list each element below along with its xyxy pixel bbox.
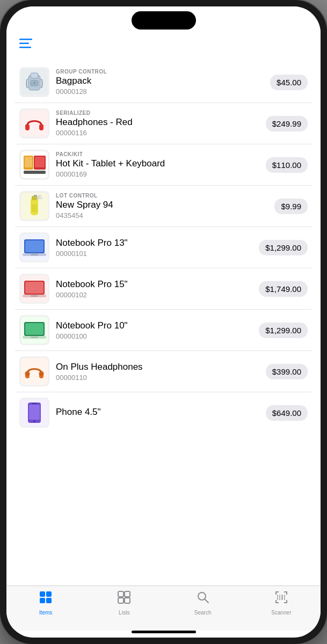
tab-label-scanner: Scanner: [271, 610, 291, 616]
item-image: [19, 108, 49, 138]
item-image: [19, 232, 49, 262]
item-info: LOT CONTROL New Spray 94 0435454: [56, 193, 274, 219]
svg-rect-13: [25, 157, 32, 167]
svg-rect-20: [34, 195, 37, 197]
dynamic-island: [132, 11, 196, 30]
item-name: Bagpack: [56, 76, 270, 86]
item-category: PACK/KIT: [56, 151, 266, 157]
list-item[interactable]: SERIALIZED Headphones - Red 00000116 $24…: [15, 103, 312, 144]
item-info: SERIALIZED Headphones - Red 00000116: [56, 110, 266, 137]
list-item[interactable]: On Plus Headphones 00000110 $399.00: [15, 351, 312, 392]
item-image: [19, 67, 49, 97]
item-image: [19, 150, 49, 180]
svg-rect-8: [21, 110, 48, 137]
svg-rect-65: [279, 595, 280, 600]
nav-header: [6, 34, 321, 53]
item-name: Hot Kit - Tablet + Keyboard: [56, 158, 266, 169]
page-title: [6, 53, 321, 62]
item-name: Headphones - Red: [56, 117, 266, 128]
hamburger-menu-button[interactable]: [19, 39, 32, 51]
list-item[interactable]: Notebook Pro 15" 00000102 $1,749.00: [15, 268, 312, 310]
tab-search[interactable]: Search: [164, 590, 242, 616]
item-sku: 00000101: [56, 250, 259, 258]
item-sku: 00000100: [56, 332, 259, 340]
svg-rect-54: [125, 598, 130, 603]
item-info: Notebook Pro 15" 00000102: [56, 279, 259, 299]
tab-label-lists: Lists: [119, 610, 130, 616]
item-price: $45.00: [270, 75, 308, 90]
search-icon: [196, 590, 210, 608]
tab-label-search: Search: [194, 610, 212, 616]
tab-scanner[interactable]: Scanner: [242, 590, 321, 616]
svg-rect-16: [24, 171, 46, 174]
item-price: $249.99: [266, 116, 308, 131]
item-price: $9.99: [274, 199, 308, 214]
tab-label-items: Items: [39, 610, 52, 616]
svg-rect-21: [32, 204, 37, 212]
item-category: GROUP CONTROL: [56, 69, 270, 75]
phone-frame: GROUP CONTROL Bagpack 00000128 $45.00 SE…: [0, 0, 327, 644]
item-info: PACK/KIT Hot Kit - Tablet + Keyboard 000…: [56, 151, 266, 178]
svg-rect-5: [31, 73, 38, 78]
item-price: $1,299.00: [259, 240, 308, 255]
item-name: Notebook Pro 15": [56, 279, 259, 290]
item-category: LOT CONTROL: [56, 193, 274, 199]
svg-point-45: [33, 420, 35, 422]
svg-rect-64: [277, 595, 278, 600]
item-sku: 00000169: [56, 170, 266, 178]
svg-rect-2: [19, 47, 31, 48]
svg-rect-9: [25, 124, 30, 130]
items-list[interactable]: GROUP CONTROL Bagpack 00000128 $45.00 SE…: [6, 62, 321, 586]
svg-rect-15: [35, 157, 45, 167]
svg-point-41: [39, 371, 44, 376]
item-price: $399.00: [266, 364, 308, 379]
svg-rect-50: [46, 598, 52, 603]
item-price: $110.00: [266, 157, 308, 173]
svg-rect-29: [25, 282, 43, 294]
item-sku: 00000128: [56, 87, 270, 96]
list-item[interactable]: GROUP CONTROL Bagpack 00000128 $45.00: [15, 62, 312, 103]
item-image: [19, 398, 49, 428]
item-price: $1,299.00: [259, 323, 308, 338]
item-sku: 00000102: [56, 291, 259, 299]
svg-rect-66: [281, 595, 283, 600]
svg-rect-37: [21, 358, 48, 385]
tab-bar: Items Lists Search: [6, 586, 321, 631]
list-item[interactable]: Phone 4.5" $649.00: [15, 392, 312, 433]
svg-rect-67: [284, 595, 285, 600]
list-item[interactable]: Nótebook Pro 10" 00000100 $1,299.00: [15, 310, 312, 351]
item-name: On Plus Headphones: [56, 362, 266, 372]
svg-rect-26: [31, 254, 38, 255]
svg-rect-51: [118, 591, 123, 597]
grid-2x2-icon: [117, 590, 131, 608]
svg-rect-10: [39, 124, 43, 130]
item-image: [19, 315, 49, 345]
svg-rect-46: [32, 403, 37, 404]
item-name: Notebook Pro 13": [56, 238, 259, 248]
item-image: [19, 274, 49, 304]
list-item[interactable]: PACK/KIT Hot Kit - Tablet + Keyboard 000…: [15, 144, 312, 186]
svg-rect-61: [275, 600, 277, 603]
item-info: On Plus Headphones 00000110: [56, 362, 266, 382]
svg-rect-0: [19, 39, 32, 40]
item-name: New Spray 94: [56, 200, 274, 210]
item-info: Nótebook Pro 10" 00000100: [56, 320, 259, 340]
svg-rect-49: [40, 598, 45, 603]
svg-rect-24: [25, 240, 43, 252]
svg-rect-36: [31, 336, 38, 338]
svg-point-40: [25, 371, 30, 376]
scanner-icon: [274, 590, 288, 608]
tab-lists[interactable]: Lists: [85, 590, 163, 616]
list-item[interactable]: Notebook Pro 13" 00000101 $1,299.00: [15, 227, 312, 268]
item-name: Phone 4.5": [56, 407, 266, 418]
svg-rect-1: [19, 43, 29, 45]
svg-rect-52: [125, 591, 130, 597]
item-price: $1,749.00: [259, 281, 308, 297]
tab-items[interactable]: Items: [6, 590, 85, 616]
list-item[interactable]: LOT CONTROL New Spray 94 0435454 $9.99: [15, 186, 312, 227]
svg-rect-53: [118, 598, 123, 603]
item-image: [19, 191, 49, 221]
svg-rect-59: [286, 591, 287, 595]
svg-rect-34: [25, 323, 43, 335]
svg-rect-47: [40, 591, 45, 597]
